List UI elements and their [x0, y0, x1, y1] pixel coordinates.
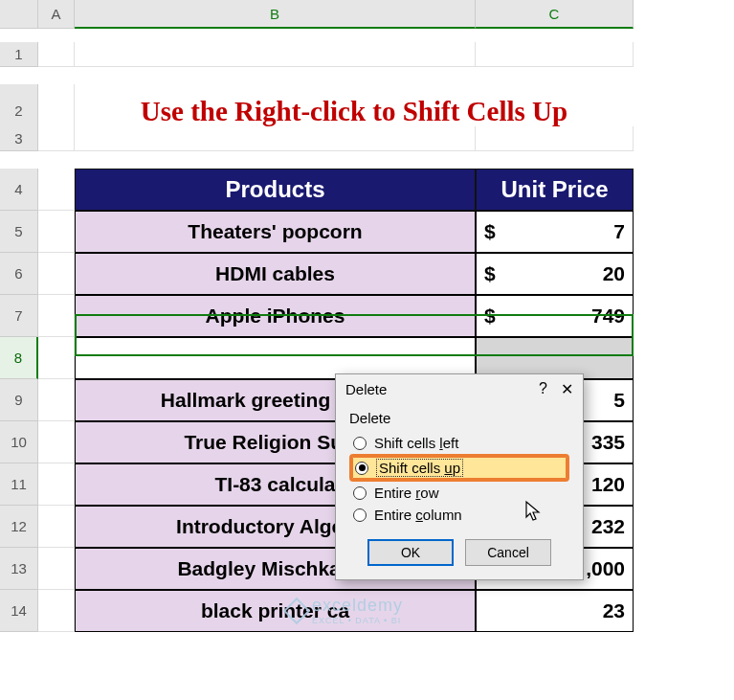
help-icon[interactable]: ?	[539, 380, 547, 398]
cell-a1[interactable]	[38, 42, 75, 67]
row-header-1[interactable]: 1	[0, 42, 38, 67]
cell-a7[interactable]	[38, 295, 75, 337]
ok-button[interactable]: OK	[367, 539, 454, 566]
cell-a5[interactable]	[38, 211, 75, 253]
price-cell[interactable]: 23	[476, 590, 634, 632]
option-label: Entire column	[374, 507, 462, 523]
currency-symbol: $	[484, 305, 496, 327]
close-icon[interactable]: ✕	[561, 380, 573, 398]
col-header-b[interactable]: B	[75, 0, 476, 29]
price-cell[interactable]: $7	[476, 211, 634, 253]
cell-a10[interactable]	[38, 421, 75, 463]
product-cell[interactable]: Theaters' popcorn	[75, 211, 476, 253]
cell-a11[interactable]	[38, 463, 75, 506]
row-header-6[interactable]: 6	[0, 253, 38, 295]
row-header-5[interactable]: 5	[0, 211, 38, 253]
cell-a6[interactable]	[38, 253, 75, 295]
price-value: 7	[613, 220, 625, 243]
price-value: 335	[591, 431, 625, 454]
price-value: 5	[613, 389, 625, 412]
row-header-7[interactable]: 7	[0, 295, 38, 337]
watermark: exceldemy EXCEL • DATA • BI	[287, 596, 403, 625]
select-all-corner[interactable]	[0, 0, 38, 29]
cell-a13[interactable]	[38, 548, 75, 590]
radio-icon	[353, 508, 367, 522]
page-title: Use the Right-click to Shift Cells Up	[141, 96, 567, 127]
row-header-11[interactable]: 11	[0, 463, 38, 506]
cell-b3[interactable]	[75, 126, 476, 151]
dialog-group-label: Delete	[349, 410, 569, 426]
product-cell[interactable]: Apple iPhones	[75, 295, 476, 337]
option-label: Shift cells left	[374, 435, 458, 451]
dialog-title: Delete	[345, 381, 387, 397]
cell-a12[interactable]	[38, 506, 75, 548]
header-products[interactable]: Products	[75, 169, 476, 211]
cell-c3[interactable]	[476, 126, 634, 151]
cell-a4[interactable]	[38, 169, 75, 211]
row-header-9[interactable]: 9	[0, 379, 38, 421]
option-label: Shift cells up	[376, 459, 463, 477]
product-cell[interactable]: HDMI cables	[75, 253, 476, 295]
option-label: Entire row	[374, 485, 439, 501]
cell-a8[interactable]	[38, 337, 75, 379]
radio-icon	[353, 486, 367, 500]
radio-icon	[355, 462, 368, 475]
delete-dialog: Delete ? ✕ Delete Shift cells left Shift…	[335, 373, 584, 580]
row-header-3[interactable]: 3	[0, 126, 38, 151]
row-header-10[interactable]: 10	[0, 421, 38, 463]
col-header-c[interactable]: C	[476, 0, 634, 29]
price-value: 120	[591, 473, 625, 496]
header-unit-price[interactable]: Unit Price	[476, 169, 634, 211]
price-cell[interactable]: $20	[476, 253, 634, 295]
cell-c1[interactable]	[476, 42, 634, 67]
price-value: 20	[603, 262, 625, 285]
col-header-a[interactable]: A	[38, 0, 75, 29]
cursor-icon	[524, 500, 544, 528]
cell-a9[interactable]	[38, 379, 75, 421]
price-value: 23	[603, 599, 625, 622]
dialog-titlebar[interactable]: Delete ? ✕	[336, 374, 583, 404]
price-value: 749	[591, 305, 625, 327]
row-header-8[interactable]: 8	[0, 337, 38, 379]
option-shift-up[interactable]: Shift cells up	[349, 454, 569, 482]
currency-symbol: $	[484, 262, 496, 285]
row-header-4[interactable]: 4	[0, 169, 38, 211]
radio-icon	[353, 437, 367, 450]
row-header-12[interactable]: 12	[0, 506, 38, 548]
product-cell[interactable]: black printer ca	[75, 590, 476, 632]
watermark-brand: exceldemy	[312, 596, 403, 615]
row-header-14[interactable]: 14	[0, 590, 38, 632]
cell-a14[interactable]	[38, 590, 75, 632]
price-value: 232	[591, 515, 625, 538]
cell-b1[interactable]	[75, 42, 476, 67]
price-cell[interactable]: $749	[476, 295, 634, 337]
row-header-13[interactable]: 13	[0, 548, 38, 590]
cell-a3[interactable]	[38, 126, 75, 151]
cancel-button[interactable]: Cancel	[465, 539, 551, 566]
option-shift-left[interactable]: Shift cells left	[349, 432, 569, 454]
watermark-icon	[283, 597, 310, 623]
price-value: ,000	[586, 557, 625, 580]
currency-symbol: $	[484, 220, 496, 243]
watermark-tagline: EXCEL • DATA • BI	[312, 616, 403, 625]
